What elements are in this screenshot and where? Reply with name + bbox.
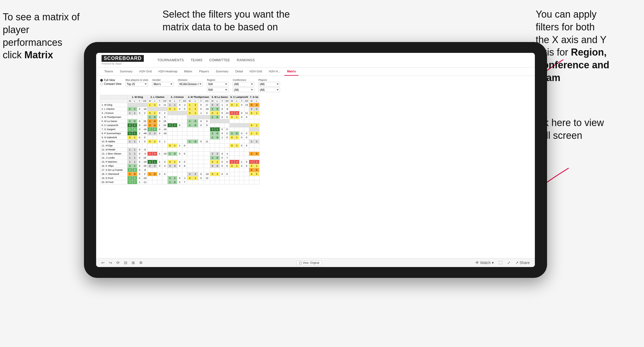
cell-r19-c3-0 bbox=[187, 180, 193, 184]
conference-select1[interactable]: (All) bbox=[233, 82, 254, 86]
cell-r2-c2-0 bbox=[168, 111, 173, 115]
cell-r4-c5-3 bbox=[244, 119, 249, 123]
players-select2[interactable]: (All) bbox=[258, 88, 280, 92]
cell-r9-c5-2 bbox=[239, 140, 244, 144]
cell-r17-c3-1: 2 bbox=[193, 172, 198, 176]
cell-r1-c5-2 bbox=[239, 107, 244, 111]
fullscreen-btn[interactable]: ⤢ bbox=[506, 260, 512, 265]
tab-summary2[interactable]: Summary bbox=[213, 68, 231, 76]
sub-w6: W bbox=[230, 99, 235, 103]
refresh-btn[interactable]: ⟳ bbox=[115, 260, 121, 265]
table-row: 10. B Valdes111001011001111 bbox=[100, 140, 259, 144]
region-select1[interactable]: N/A bbox=[207, 82, 229, 86]
cell-r13-c6-1 bbox=[254, 156, 259, 160]
share-btn[interactable]: ↗ Share bbox=[514, 260, 531, 265]
col-header-4: 4. M Thorbjornsen bbox=[187, 95, 210, 99]
cell-r17-c6-0: 4 bbox=[249, 172, 254, 176]
cell-r10-c2-2: 1 bbox=[177, 144, 182, 148]
cell-r16-c1-0 bbox=[148, 168, 152, 172]
top-nav: SCOREBOARD Powered by clippd TOURNAMENTS… bbox=[96, 53, 535, 68]
players-select1[interactable]: (All) bbox=[258, 82, 280, 86]
cell-r1-c1-0 bbox=[148, 107, 152, 111]
cell-r16-c3-2 bbox=[198, 168, 204, 172]
cell-r0-c0-0 bbox=[128, 103, 132, 107]
sub-l5: L bbox=[215, 99, 220, 103]
watch-btn[interactable]: 👁 Watch ▾ bbox=[474, 260, 495, 265]
cell-r2-c5-2: 0 bbox=[239, 111, 244, 115]
compact-view-label: Compact View bbox=[104, 82, 121, 85]
region-select2[interactable]: N/A bbox=[207, 88, 229, 92]
cell-r0-c3-1: 2 bbox=[193, 103, 198, 107]
division-select[interactable]: NCAA Division I bbox=[178, 82, 203, 86]
nav-teams[interactable]: TEAMS bbox=[191, 58, 203, 62]
nav-tournaments[interactable]: TOURNAMENTS bbox=[157, 58, 184, 62]
cell-r15-c5-2: 0 bbox=[239, 164, 244, 168]
cell-r18-c2-3: -1 bbox=[182, 176, 187, 180]
cell-r3-c2-1 bbox=[173, 115, 177, 119]
cell-r18-c1-3 bbox=[162, 176, 168, 180]
tab-h2h-heatmap[interactable]: H2H Heatmap bbox=[156, 68, 180, 76]
nav-committee[interactable]: COMMITTEE bbox=[209, 58, 230, 62]
ann-right-line2: filters for both bbox=[536, 21, 595, 33]
cell-r7-c0-0: 5 bbox=[128, 131, 132, 136]
cell-r17-c2-1 bbox=[173, 172, 177, 176]
screen-btn[interactable]: ⛶ bbox=[497, 260, 503, 265]
nav-rankings[interactable]: RANKINGS bbox=[237, 58, 255, 62]
cell-r14-c1-0: 4 bbox=[148, 160, 152, 164]
tab-detail[interactable]: Detail bbox=[233, 68, 246, 76]
zoom-out-btn[interactable]: ⊟ bbox=[123, 260, 128, 265]
cell-r16-c2-1 bbox=[173, 168, 177, 172]
cell-r9-c5-3 bbox=[244, 140, 249, 144]
tab-h2h-grid2[interactable]: H2H Grid bbox=[247, 68, 265, 76]
cell-r14-c5-0: 1 bbox=[230, 160, 235, 164]
cell-r0-c2-3: -2 bbox=[182, 103, 187, 107]
cell-r16-c0-0: 2 bbox=[128, 168, 132, 172]
settings-btn[interactable]: ⚙ bbox=[138, 260, 144, 265]
full-view-option[interactable]: Full View bbox=[100, 79, 121, 82]
cell-r13-c3-1 bbox=[193, 156, 198, 160]
cell-r17-c3-0: 2 bbox=[187, 172, 193, 176]
conference-select2[interactable]: (All) bbox=[233, 88, 254, 92]
cell-r16-c4-2 bbox=[220, 168, 225, 172]
cell-r2-c0-1: 1 bbox=[132, 111, 137, 115]
matrix-scroll-area[interactable]: 1. W Ding 2. L Clanton 3. J Koivun 4. M … bbox=[100, 95, 531, 236]
max-players-select[interactable]: Top 25 bbox=[125, 82, 148, 86]
undo-btn[interactable]: ↩ bbox=[100, 260, 106, 265]
cell-r9-c2-1 bbox=[173, 140, 177, 144]
cell-r19-c2-2: 0 bbox=[177, 180, 182, 184]
cell-r16-c4-0 bbox=[210, 168, 215, 172]
sub-nav: Teams Summary H2H Grid H2H Heatmap Matri… bbox=[96, 68, 535, 76]
cell-r19-c3-3 bbox=[204, 180, 210, 184]
logo-area: SCOREBOARD Powered by clippd bbox=[102, 55, 144, 65]
tablet-screen: SCOREBOARD Powered by clippd TOURNAMENTS… bbox=[96, 53, 535, 267]
cell-r5-c5-2 bbox=[239, 123, 244, 127]
cell-r5-c3-0: 1 bbox=[187, 123, 193, 127]
redo-btn[interactable]: ↪ bbox=[108, 260, 113, 265]
cell-r10-c2-1: 1 bbox=[173, 144, 177, 148]
tab-matrix-active[interactable]: Matrix bbox=[284, 68, 298, 76]
cell-r6-c5-0 bbox=[230, 127, 235, 131]
cell-r6-c1-2: 0 bbox=[157, 127, 162, 131]
cell-r6-c1-1: 0 bbox=[152, 127, 157, 131]
gender-select[interactable]: Men's bbox=[152, 82, 174, 86]
cell-r7-c2-1 bbox=[173, 131, 177, 136]
compact-view-option[interactable]: Compact View bbox=[100, 82, 121, 85]
table-row: 20. M Ford311-111007 bbox=[100, 180, 259, 184]
table-row: 14. J Lundin110101007 bbox=[100, 156, 259, 160]
cell-r10-c1-2 bbox=[157, 144, 162, 148]
cell-r18-c5-3 bbox=[244, 176, 249, 180]
tab-h2h-grid[interactable]: H2H Grid bbox=[136, 68, 154, 76]
tab-summary[interactable]: Summary bbox=[117, 68, 135, 76]
cell-r13-c4-2: 0 bbox=[220, 156, 225, 160]
cell-r12-c5-1 bbox=[235, 152, 239, 156]
tab-matrix[interactable]: Matrix bbox=[181, 68, 195, 76]
table-row: 6. C Lamprecht300-1624124305100601 bbox=[100, 123, 259, 127]
cell-r5-c3-3: 6 bbox=[204, 123, 210, 127]
cell-r5-c4-0 bbox=[210, 123, 215, 127]
zoom-in-btn[interactable]: ⊞ bbox=[131, 260, 136, 265]
cell-r11-c0-3: -6 bbox=[142, 148, 148, 152]
tab-teams[interactable]: Teams bbox=[102, 68, 116, 76]
tab-players[interactable]: Players bbox=[196, 68, 212, 76]
tab-h2hh[interactable]: H2H H... bbox=[266, 68, 283, 76]
cell-r0-c4-2: 1 bbox=[220, 103, 225, 107]
